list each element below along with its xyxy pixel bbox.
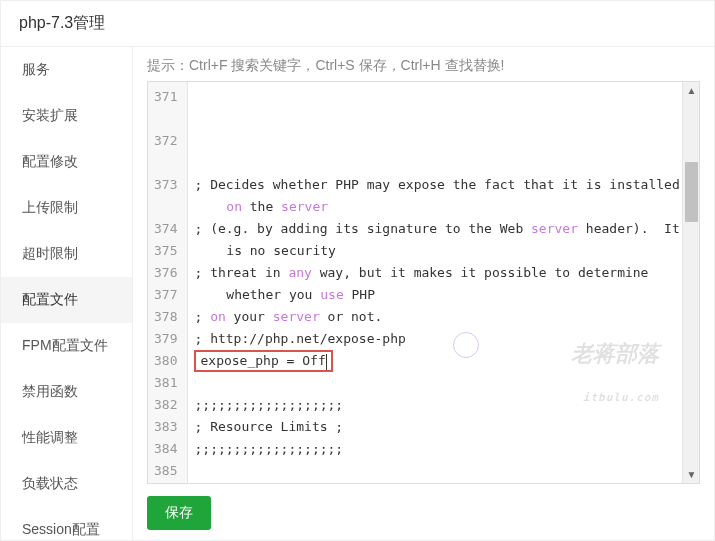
line-gutter: 371 372 373 3743753763773783793803813823… [148, 82, 188, 483]
code-line-371[interactable]: ; Decides whether PHP may expose the fac… [194, 174, 693, 196]
sidebar-item-2[interactable]: 配置修改 [1, 139, 132, 185]
scroll-thumb[interactable] [685, 162, 698, 222]
code-line-374[interactable]: ; on your server or not. [194, 306, 693, 328]
sidebar-item-4[interactable]: 超时限制 [1, 231, 132, 277]
code-line-381[interactable] [194, 460, 693, 482]
sidebar-item-3[interactable]: 上传限制 [1, 185, 132, 231]
sidebar-item-8[interactable]: 性能调整 [1, 415, 132, 461]
main-panel: 提示：Ctrl+F 搜索关键字，Ctrl+S 保存，Ctrl+H 查找替换! 3… [133, 47, 714, 540]
vertical-scrollbar[interactable]: ▲ ▼ [682, 82, 699, 483]
footer: 保存 [147, 484, 700, 530]
code-line-372-wrap[interactable]: is no security [194, 240, 693, 262]
code-line-378[interactable]: ;;;;;;;;;;;;;;;;;;; [194, 394, 693, 416]
sidebar-item-0[interactable]: 服务 [1, 47, 132, 93]
sidebar-item-9[interactable]: 负载状态 [1, 461, 132, 507]
code-line-372[interactable]: ; (e.g. by adding its signature to the W… [194, 218, 693, 240]
code-line-382[interactable]: ; Maximum execution time of each script,… [194, 482, 693, 483]
sidebar-item-10[interactable]: Session配置 [1, 507, 132, 540]
code-line-373[interactable]: ; threat in any way, but it makes it pos… [194, 262, 693, 284]
save-button[interactable]: 保存 [147, 496, 211, 530]
code-area[interactable]: 老蒋部落 itbulu.com ; Decides whether PHP ma… [188, 82, 699, 483]
scroll-down-icon[interactable]: ▼ [683, 466, 700, 483]
scroll-up-icon[interactable]: ▲ [683, 82, 700, 99]
code-editor[interactable]: 371 372 373 3743753763773783793803813823… [147, 81, 700, 484]
code-line-376[interactable]: expose_php = Off [194, 350, 693, 372]
hint-text: 提示：Ctrl+F 搜索关键字，Ctrl+S 保存，Ctrl+H 查找替换! [147, 57, 700, 75]
sidebar-item-6[interactable]: FPM配置文件 [1, 323, 132, 369]
sidebar-item-5[interactable]: 配置文件 [1, 277, 132, 323]
sidebar: 服务安装扩展配置修改上传限制超时限制配置文件FPM配置文件禁用函数性能调整负载状… [1, 47, 133, 540]
highlighted-setting[interactable]: expose_php = Off [194, 350, 332, 372]
code-line-379[interactable]: ; Resource Limits ; [194, 416, 693, 438]
code-line-371-wrap[interactable]: on the server [194, 196, 693, 218]
code-line-380[interactable]: ;;;;;;;;;;;;;;;;;;; [194, 438, 693, 460]
code-line-375[interactable]: ; http://php.net/expose-php [194, 328, 693, 350]
code-line-377[interactable] [194, 372, 693, 394]
sidebar-item-7[interactable]: 禁用函数 [1, 369, 132, 415]
code-line-373-wrap[interactable]: whether you use PHP [194, 284, 693, 306]
main-container: 服务安装扩展配置修改上传限制超时限制配置文件FPM配置文件禁用函数性能调整负载状… [1, 47, 714, 540]
page-title: php-7.3管理 [1, 1, 714, 47]
sidebar-item-1[interactable]: 安装扩展 [1, 93, 132, 139]
